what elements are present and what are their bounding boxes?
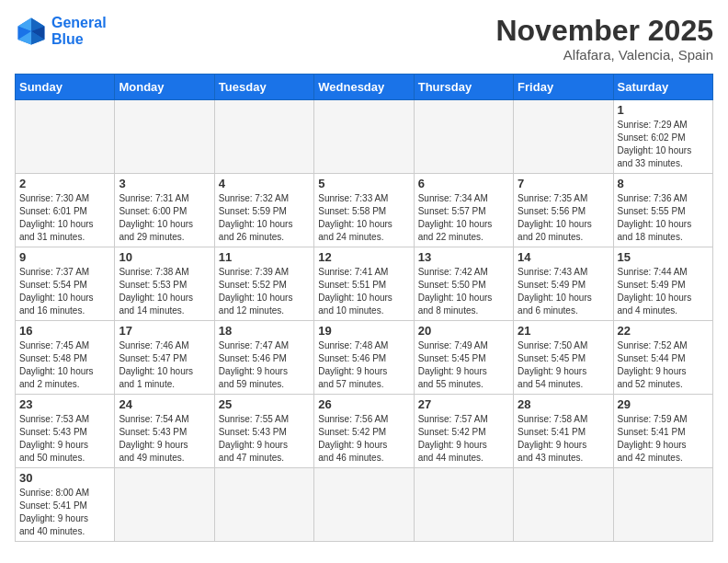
day-info: Sunrise: 7:57 AM Sunset: 5:42 PM Dayligh… [418, 413, 509, 465]
calendar-cell [613, 468, 712, 542]
day-number: 10 [119, 250, 210, 264]
calendar-cell [314, 468, 414, 542]
day-info: Sunrise: 7:45 AM Sunset: 5:48 PM Dayligh… [19, 339, 110, 391]
day-info: Sunrise: 7:44 AM Sunset: 5:49 PM Dayligh… [618, 266, 709, 317]
calendar-cell: 20Sunrise: 7:49 AM Sunset: 5:45 PM Dayli… [414, 321, 513, 395]
header-day-thursday: Thursday [414, 75, 513, 100]
day-number: 15 [618, 250, 709, 264]
day-number: 2 [19, 177, 110, 190]
day-number: 27 [418, 397, 509, 411]
calendar-header-row: SundayMondayTuesdayWednesdayThursdayFrid… [16, 75, 713, 100]
day-number: 1 [618, 103, 709, 117]
day-number: 4 [219, 177, 310, 190]
calendar-cell [16, 100, 115, 174]
day-number: 18 [219, 324, 310, 338]
calendar-cell: 7Sunrise: 7:35 AM Sunset: 5:56 PM Daylig… [514, 174, 613, 247]
day-number: 26 [318, 397, 409, 411]
day-number: 30 [19, 471, 110, 485]
calendar-week-6: 30Sunrise: 8:00 AM Sunset: 5:41 PM Dayli… [16, 468, 713, 542]
day-info: Sunrise: 7:39 AM Sunset: 5:52 PM Dayligh… [219, 266, 310, 317]
calendar-cell: 4Sunrise: 7:32 AM Sunset: 5:59 PM Daylig… [214, 174, 313, 247]
calendar-cell: 17Sunrise: 7:46 AM Sunset: 5:47 PM Dayli… [115, 321, 214, 395]
day-info: Sunrise: 7:48 AM Sunset: 5:46 PM Dayligh… [318, 339, 409, 391]
page-header: General Blue November 2025 Alfafara, Val… [15, 15, 713, 63]
header-day-sunday: Sunday [16, 75, 115, 100]
day-info: Sunrise: 7:46 AM Sunset: 5:47 PM Dayligh… [119, 339, 210, 391]
day-info: Sunrise: 7:34 AM Sunset: 5:57 PM Dayligh… [418, 192, 509, 244]
calendar-week-1: 1Sunrise: 7:29 AM Sunset: 6:02 PM Daylig… [16, 100, 713, 174]
header-day-saturday: Saturday [613, 75, 712, 100]
header-day-wednesday: Wednesday [314, 75, 414, 100]
day-number: 24 [119, 397, 210, 411]
day-number: 12 [318, 250, 409, 264]
calendar-cell: 25Sunrise: 7:55 AM Sunset: 5:43 PM Dayli… [214, 395, 313, 468]
calendar-cell: 18Sunrise: 7:47 AM Sunset: 5:46 PM Dayli… [214, 321, 313, 395]
calendar-cell: 23Sunrise: 7:53 AM Sunset: 5:43 PM Dayli… [16, 395, 115, 468]
calendar-cell: 15Sunrise: 7:44 AM Sunset: 5:49 PM Dayli… [613, 247, 712, 321]
day-number: 6 [418, 177, 509, 190]
day-info: Sunrise: 7:36 AM Sunset: 5:55 PM Dayligh… [618, 192, 709, 244]
calendar-cell: 2Sunrise: 7:30 AM Sunset: 6:01 PM Daylig… [16, 174, 115, 247]
calendar-cell: 11Sunrise: 7:39 AM Sunset: 5:52 PM Dayli… [214, 247, 313, 321]
calendar-cell: 26Sunrise: 7:56 AM Sunset: 5:42 PM Dayli… [314, 395, 414, 468]
calendar-cell [214, 100, 313, 174]
calendar-cell: 28Sunrise: 7:58 AM Sunset: 5:41 PM Dayli… [514, 395, 613, 468]
day-number: 22 [618, 324, 709, 338]
calendar-cell: 21Sunrise: 7:50 AM Sunset: 5:45 PM Dayli… [514, 321, 613, 395]
calendar-cell: 1Sunrise: 7:29 AM Sunset: 6:02 PM Daylig… [613, 100, 712, 174]
calendar-cell: 8Sunrise: 7:36 AM Sunset: 5:55 PM Daylig… [613, 174, 712, 247]
day-number: 8 [618, 177, 709, 190]
day-info: Sunrise: 7:47 AM Sunset: 5:46 PM Dayligh… [219, 339, 310, 391]
logo: General Blue [15, 15, 107, 48]
day-number: 20 [418, 324, 509, 338]
calendar-cell: 6Sunrise: 7:34 AM Sunset: 5:57 PM Daylig… [414, 174, 513, 247]
calendar-cell [514, 100, 613, 174]
calendar-cell [514, 468, 613, 542]
day-info: Sunrise: 7:52 AM Sunset: 5:44 PM Dayligh… [618, 339, 709, 391]
day-number: 14 [518, 250, 609, 264]
calendar-cell [414, 100, 513, 174]
calendar-cell [115, 100, 214, 174]
day-number: 19 [318, 324, 409, 338]
calendar-cell: 22Sunrise: 7:52 AM Sunset: 5:44 PM Dayli… [613, 321, 712, 395]
day-number: 28 [518, 397, 609, 411]
day-number: 11 [219, 250, 310, 264]
calendar-cell: 27Sunrise: 7:57 AM Sunset: 5:42 PM Dayli… [414, 395, 513, 468]
day-number: 23 [19, 397, 110, 411]
calendar-week-2: 2Sunrise: 7:30 AM Sunset: 6:01 PM Daylig… [16, 174, 713, 247]
day-info: Sunrise: 7:30 AM Sunset: 6:01 PM Dayligh… [19, 192, 110, 244]
calendar-cell [214, 468, 313, 542]
day-number: 21 [518, 324, 609, 338]
logo-text: General Blue [51, 15, 107, 47]
calendar-cell: 3Sunrise: 7:31 AM Sunset: 6:00 PM Daylig… [115, 174, 214, 247]
day-info: Sunrise: 7:53 AM Sunset: 5:43 PM Dayligh… [19, 413, 110, 465]
day-info: Sunrise: 7:54 AM Sunset: 5:43 PM Dayligh… [119, 413, 210, 465]
calendar-cell: 14Sunrise: 7:43 AM Sunset: 5:49 PM Dayli… [514, 247, 613, 321]
day-number: 3 [119, 177, 210, 190]
calendar-cell: 19Sunrise: 7:48 AM Sunset: 5:46 PM Dayli… [314, 321, 414, 395]
calendar-cell: 9Sunrise: 7:37 AM Sunset: 5:54 PM Daylig… [16, 247, 115, 321]
day-number: 13 [418, 250, 509, 264]
calendar-cell: 16Sunrise: 7:45 AM Sunset: 5:48 PM Dayli… [16, 321, 115, 395]
header-day-monday: Monday [115, 75, 214, 100]
month-title: November 2025 [495, 15, 713, 47]
day-number: 17 [119, 324, 210, 338]
day-info: Sunrise: 7:38 AM Sunset: 5:53 PM Dayligh… [119, 266, 210, 317]
day-info: Sunrise: 7:33 AM Sunset: 5:58 PM Dayligh… [318, 192, 409, 244]
header-day-tuesday: Tuesday [214, 75, 313, 100]
calendar-cell [414, 468, 513, 542]
day-number: 9 [19, 250, 110, 264]
day-info: Sunrise: 7:42 AM Sunset: 5:50 PM Dayligh… [418, 266, 509, 317]
calendar-cell: 13Sunrise: 7:42 AM Sunset: 5:50 PM Dayli… [414, 247, 513, 321]
day-number: 25 [219, 397, 310, 411]
calendar-cell: 10Sunrise: 7:38 AM Sunset: 5:53 PM Dayli… [115, 247, 214, 321]
calendar-cell: 29Sunrise: 7:59 AM Sunset: 5:41 PM Dayli… [613, 395, 712, 468]
calendar-cell [314, 100, 414, 174]
day-info: Sunrise: 7:59 AM Sunset: 5:41 PM Dayligh… [618, 413, 709, 465]
title-block: November 2025 Alfafara, Valencia, Spain [495, 15, 713, 63]
calendar-cell: 12Sunrise: 7:41 AM Sunset: 5:51 PM Dayli… [314, 247, 414, 321]
day-number: 16 [19, 324, 110, 338]
day-info: Sunrise: 8:00 AM Sunset: 5:41 PM Dayligh… [19, 487, 110, 538]
day-info: Sunrise: 7:37 AM Sunset: 5:54 PM Dayligh… [19, 266, 110, 317]
calendar-cell [115, 468, 214, 542]
